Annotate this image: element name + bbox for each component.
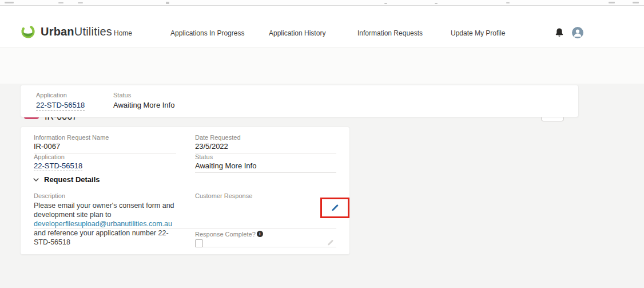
email-link[interactable]: developerfilesupload@urbanutilities.com.… (34, 220, 172, 228)
highlights-panel: Application 22-STD-56518 Status Awaiting… (20, 85, 579, 117)
brand-name-light: Utilities (74, 25, 112, 38)
highlight-application-field: Application 22-STD-56518 (36, 92, 85, 111)
status-value: Awaiting More Info (113, 101, 174, 109)
field-description: Description Please email your owner's co… (34, 192, 196, 228)
top-navbar: UrbanUtilities Home Applications In Prog… (0, 6, 644, 48)
browser-artifact (5, 2, 14, 3)
browser-artifact (435, 3, 438, 4)
information-request-name-label: Information Request Name (34, 134, 176, 141)
application-label: Application (36, 92, 85, 98)
information-request-name-value: IR-0067 (34, 142, 176, 151)
notification-bell-icon[interactable] (554, 27, 565, 38)
record-header: Information Request IR-0067 Edit (0, 48, 644, 84)
nav-item-information-requests[interactable]: Information Requests (357, 29, 423, 37)
field-application: Application 22-STD-56518 (34, 153, 176, 173)
edit-customer-response-button[interactable] (331, 203, 340, 212)
customer-response-label: Customer Response (195, 192, 336, 199)
description-value: Please email your owner's consent form a… (34, 201, 184, 247)
field-customer-response: Customer Response (195, 192, 336, 228)
response-complete-checkbox[interactable] (195, 239, 203, 247)
browser-artifact (166, 2, 169, 4)
browser-artifact (633, 2, 639, 3)
section-title: Request Details (44, 175, 100, 184)
brand-name: UrbanUtilities (41, 25, 112, 38)
record-detail-card: Information Request Name IR-0067 Date Re… (20, 127, 350, 255)
browser-artifact (58, 2, 63, 3)
status-label: Status (113, 92, 174, 98)
description-label: Description (34, 192, 196, 199)
date-requested-value: 23/5/2022 (195, 142, 336, 151)
info-icon[interactable]: i (257, 231, 263, 237)
browser-artifact (78, 2, 83, 3)
field-status: Status Awaiting More Info (195, 153, 336, 173)
brand-logo[interactable]: UrbanUtilities (20, 23, 112, 40)
pencil-icon (331, 203, 339, 212)
date-requested-label: Date Requested (195, 134, 336, 141)
nav-item-home[interactable]: Home (114, 29, 132, 37)
application-link[interactable]: 22-STD-56518 (36, 101, 85, 111)
chevron-down-icon (33, 176, 39, 183)
urban-utilities-logo-icon (20, 23, 36, 40)
brand-name-bold: Urban (41, 25, 74, 38)
browser-chrome-strip (0, 0, 644, 6)
nav-item-update-my-profile[interactable]: Update My Profile (451, 29, 505, 37)
field-date-requested: Date Requested 23/5/2022 (195, 134, 336, 153)
edit-response-complete-pencil-icon[interactable] (327, 239, 334, 246)
response-complete-label-text: Response Complete? (195, 231, 256, 238)
nav-item-application-history[interactable]: Application History (269, 29, 325, 37)
nav-item-applications-in-progress[interactable]: Applications In Progress (170, 29, 244, 37)
response-complete-label: Response Complete?i (195, 231, 336, 238)
browser-artifact (384, 3, 387, 4)
field-information-request-name: Information Request Name IR-0067 (34, 134, 176, 153)
status-label: Status (195, 153, 336, 160)
browser-artifact (506, 2, 510, 3)
description-text: and reference your application number 22… (34, 229, 169, 246)
status-value: Awaiting More Info (195, 161, 336, 170)
highlight-status-field: Status Awaiting More Info (113, 92, 174, 109)
browser-artifact (609, 2, 615, 3)
highlight-annotation-box (320, 198, 349, 218)
application-label: Application (34, 153, 176, 160)
person-icon (572, 27, 583, 38)
description-text: Please email your owner's consent form a… (34, 202, 174, 219)
field-response-complete: Response Complete?i (195, 231, 336, 247)
portal-page: UrbanUtilities Home Applications In Prog… (0, 0, 644, 288)
section-request-details[interactable]: Request Details (33, 175, 100, 184)
user-avatar[interactable] (572, 27, 583, 38)
application-link[interactable]: 22-STD-56518 (34, 161, 82, 171)
